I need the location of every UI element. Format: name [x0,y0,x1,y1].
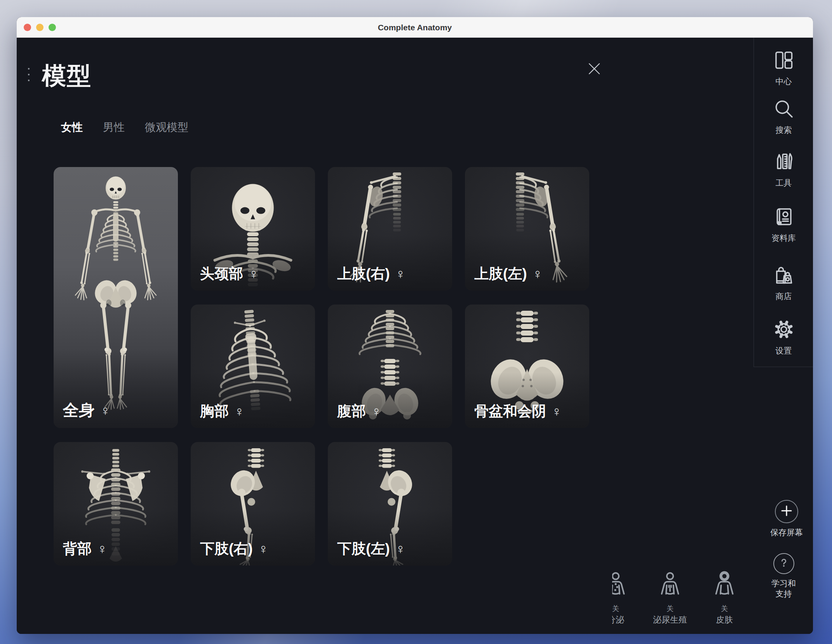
model-name: 胸部 [200,402,229,421]
search-icon [773,98,795,121]
model-card-pelvis-perineum[interactable]: 骨盆和会阴♀ [465,305,589,428]
female-symbol: ♀ [100,403,110,418]
tab-micro-models[interactable]: 微观模型 [145,120,188,135]
female-symbol: ♀ [234,404,244,419]
model-card-full-body[interactable]: 全身♀ [54,167,178,428]
system-toggle-strip: 关 分泌 关 泌尿生殖 关 皮肤 [612,571,759,633]
nav-item-hub[interactable]: 中心 [754,49,813,87]
model-name: 上肢(左) [474,264,527,284]
model-card-upper-limb-left[interactable]: 上肢(左)♀ [465,167,589,291]
window-title: Complete Anatomy [17,17,813,38]
toggle-endocrine[interactable]: 关 分泌 [612,571,643,633]
model-name: 骨盆和会阴 [474,402,546,421]
tab-male[interactable]: 男性 [103,120,125,135]
model-tabs: 女性 男性 微观模型 [61,120,188,135]
model-card-lower-limb-right[interactable]: 下肢(右)♀ [191,442,315,566]
model-card-back[interactable]: 背部♀ [54,442,178,566]
model-card-abdomen[interactable]: 腹部♀ [328,305,452,428]
model-card-head-neck[interactable]: 头颈部♀ [191,167,315,291]
model-name: 下肢(右) [200,539,253,559]
page-title: 模型 [42,59,92,92]
female-symbol: ♀ [395,266,406,282]
model-name: 下肢(左) [337,539,390,559]
urogenital-figure-icon [657,571,683,602]
library-icon [773,206,795,229]
model-name: 头颈部 [200,264,243,284]
tools-icon [773,151,795,174]
model-card-upper-limb-right[interactable]: 上肢(右)♀ [328,167,452,291]
plus-icon [780,504,793,519]
nav-item-search[interactable]: 搜索 [754,98,813,136]
female-symbol: ♀ [258,541,268,557]
hub-icon [773,49,795,73]
question-icon [777,556,790,571]
model-name: 上肢(右) [337,264,390,284]
close-icon[interactable] [586,60,603,77]
settings-icon [773,319,795,342]
model-name: 全身 [63,400,95,421]
nav-item-store[interactable]: 商店 [754,264,813,302]
model-name: 背部 [63,539,92,559]
kebab-menu-icon[interactable] [26,68,32,81]
model-grid: 全身♀ 头颈部♀ 上肢(右)♀ 上肢(左)♀ 胸部♀ [54,167,589,566]
main-content: 模型 女性 男性 微观模型 全身♀ 头颈部♀ 上肢(右)♀ [17,38,813,634]
nav-item-library[interactable]: 资料库 [754,206,813,244]
nav-item-tools[interactable]: 工具 [754,151,813,188]
titlebar: Complete Anatomy [17,17,813,38]
model-card-lower-limb-left[interactable]: 下肢(左)♀ [328,442,452,566]
save-screen-button[interactable]: 保存屏幕 [770,500,803,538]
model-card-thorax[interactable]: 胸部♀ [191,305,315,428]
toggle-urogenital[interactable]: 关 泌尿生殖 [643,571,697,633]
skin-figure-icon [712,571,737,602]
tab-female[interactable]: 女性 [61,120,83,135]
female-symbol: ♀ [249,266,259,282]
learning-support-button[interactable]: 学习和 支持 [771,553,796,599]
nav-rail: 中心 搜索 工具 资料库 商店 设置 [754,38,813,367]
toggle-skin[interactable]: 关 皮肤 [697,571,752,633]
female-symbol: ♀ [395,541,406,557]
female-symbol: ♀ [533,266,543,282]
female-symbol: ♀ [552,404,562,419]
endocrine-figure-icon [612,571,628,602]
store-icon [773,264,795,287]
model-name: 腹部 [337,402,366,421]
female-symbol: ♀ [97,541,107,557]
nav-item-settings[interactable]: 设置 [754,319,813,356]
app-window: Complete Anatomy 模型 女性 男性 微观模型 全身♀ 头颈部♀ [17,17,813,634]
female-symbol: ♀ [371,404,381,419]
